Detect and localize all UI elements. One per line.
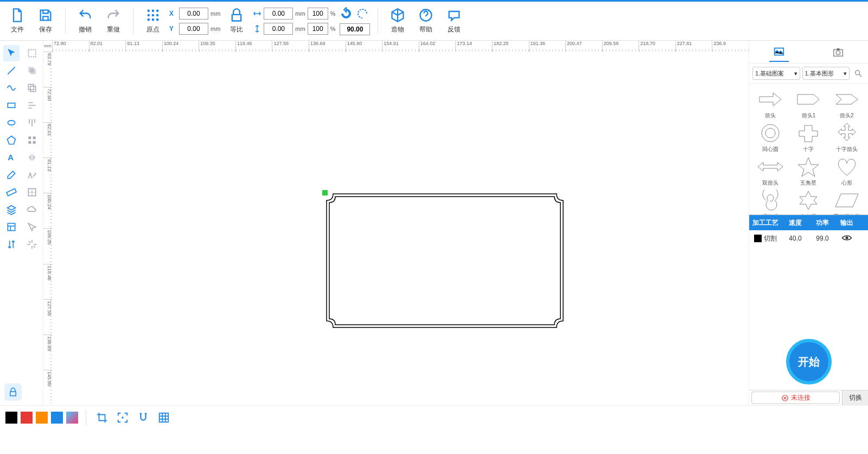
fit-screen-tool[interactable] bbox=[114, 409, 131, 426]
origin-button[interactable]: 原点 bbox=[141, 8, 165, 34]
color-swatch[interactable] bbox=[36, 412, 48, 424]
h-pct-input[interactable] bbox=[308, 23, 328, 35]
layout-tool[interactable] bbox=[3, 219, 20, 235]
eraser-tool[interactable] bbox=[3, 167, 20, 183]
svg-marker-45 bbox=[800, 191, 817, 210]
cloud-tool[interactable] bbox=[24, 201, 40, 218]
svg-point-5 bbox=[156, 14, 159, 17]
color-swatch[interactable] bbox=[66, 412, 78, 424]
grid-array-tool[interactable] bbox=[24, 184, 40, 200]
rect-tool[interactable] bbox=[3, 97, 20, 114]
redo-icon bbox=[106, 8, 121, 23]
crop-tool[interactable] bbox=[94, 409, 110, 426]
shape-cross-arrow[interactable]: 十字箭头 bbox=[829, 122, 864, 153]
canvas-area[interactable]: mm 72.9082.0191.13100.24109.35118.46127.… bbox=[43, 41, 749, 405]
shape-star6[interactable]: 六角星 bbox=[791, 189, 826, 215]
ratio-lock-button[interactable]: 等比 bbox=[225, 8, 248, 34]
xy-position: X mm Y mm bbox=[169, 8, 220, 35]
mirror-tool[interactable] bbox=[24, 149, 40, 166]
marquee-tool[interactable] bbox=[24, 45, 40, 61]
tab-camera[interactable] bbox=[828, 42, 848, 62]
svg-rect-19 bbox=[28, 136, 31, 139]
h-input[interactable] bbox=[264, 23, 293, 35]
burst-tool[interactable] bbox=[24, 236, 40, 253]
edit-path-tool[interactable] bbox=[24, 167, 40, 183]
w-input[interactable] bbox=[264, 8, 293, 20]
help-icon bbox=[418, 8, 433, 23]
proc-h2: 速度 bbox=[782, 218, 809, 228]
start-button[interactable]: 开始 bbox=[786, 339, 832, 384]
shape-double-arrow[interactable]: 双箭头 bbox=[753, 155, 788, 187]
shape-arrow1[interactable]: 箭头1 bbox=[791, 88, 826, 119]
rotate-ccw-icon[interactable] bbox=[340, 7, 353, 20]
rotate-cw-icon[interactable] bbox=[356, 7, 369, 20]
y-label: Y bbox=[169, 25, 177, 33]
svg-rect-20 bbox=[33, 136, 35, 139]
x-label: X bbox=[169, 10, 177, 17]
svg-marker-18 bbox=[7, 136, 15, 144]
undo-button[interactable]: 撤销 bbox=[73, 8, 97, 34]
canvas-lock-button[interactable] bbox=[4, 383, 22, 401]
redo-button[interactable]: 重做 bbox=[101, 8, 125, 34]
layers-tool[interactable] bbox=[3, 201, 20, 218]
sort-tool[interactable] bbox=[3, 236, 20, 253]
svg-line-11 bbox=[8, 67, 15, 74]
curve-tool[interactable] bbox=[3, 80, 20, 96]
polygon-tool[interactable] bbox=[3, 132, 20, 148]
file-button[interactable]: 文件 bbox=[5, 8, 29, 34]
proc-h1: 加工工艺 bbox=[749, 218, 782, 228]
rotation-input[interactable] bbox=[340, 23, 370, 35]
align-v-tool[interactable] bbox=[24, 97, 40, 114]
shape-concentric[interactable]: 同心圆 bbox=[753, 122, 788, 153]
tab-shapes[interactable] bbox=[769, 42, 789, 62]
array-tool[interactable] bbox=[24, 132, 40, 148]
canvas-shape-frame[interactable] bbox=[326, 193, 564, 329]
pointer-edit-tool[interactable] bbox=[24, 219, 40, 235]
shape-cross[interactable]: 十字 bbox=[791, 122, 826, 153]
svg-rect-21 bbox=[28, 141, 31, 144]
copy-tool[interactable] bbox=[24, 80, 40, 96]
svg-rect-28 bbox=[8, 223, 15, 230]
shape-parallelogram[interactable]: 平行四边形 bbox=[829, 189, 864, 215]
shape-heart[interactable]: 心形 bbox=[829, 155, 864, 187]
proc-output-toggle[interactable] bbox=[836, 234, 858, 243]
svg-point-51 bbox=[122, 417, 124, 419]
help-button[interactable]: 帮助 bbox=[414, 8, 438, 34]
feedback-button[interactable]: 反馈 bbox=[442, 8, 466, 34]
color-swatch[interactable] bbox=[21, 412, 33, 424]
switch-button[interactable]: 切换 bbox=[842, 390, 868, 405]
color-swatch[interactable] bbox=[5, 412, 17, 424]
ruler-vertical: 63.7972.9082.0191.13100.24109.35118.4612… bbox=[43, 52, 52, 405]
filter-shape-select[interactable]: 1.基本图形▾ bbox=[802, 67, 850, 80]
color-swatch[interactable] bbox=[51, 412, 63, 424]
snap-tool[interactable] bbox=[135, 409, 151, 426]
line-tool[interactable] bbox=[3, 62, 20, 79]
select-tool[interactable] bbox=[3, 45, 20, 61]
text-tool[interactable]: A bbox=[3, 149, 20, 166]
save-button[interactable]: 保存 bbox=[34, 8, 58, 34]
shape-combine-tool[interactable] bbox=[24, 62, 40, 79]
shape-arrow[interactable]: 箭头 bbox=[753, 88, 788, 119]
ellipse-tool[interactable] bbox=[3, 115, 20, 131]
x-input[interactable] bbox=[179, 8, 208, 20]
shape-star5[interactable]: 五角星 bbox=[791, 155, 826, 187]
shape-spiral[interactable]: 螺旋线 bbox=[753, 189, 788, 215]
search-shapes-button[interactable] bbox=[852, 67, 865, 80]
svg-rect-15 bbox=[30, 86, 35, 92]
shape-arrow2[interactable]: 箭头2 bbox=[829, 88, 864, 119]
file-icon bbox=[10, 8, 25, 23]
grid-toggle-tool[interactable] bbox=[156, 409, 172, 426]
measure-tool[interactable] bbox=[3, 184, 20, 200]
filter-category-select[interactable]: 1.基础图案▾ bbox=[752, 67, 800, 80]
svg-rect-24 bbox=[7, 188, 16, 196]
object-button[interactable]: 造物 bbox=[386, 8, 410, 34]
proc-row[interactable]: 切割 40.0 99.0 bbox=[749, 230, 868, 247]
svg-point-7 bbox=[152, 18, 155, 21]
svg-rect-13 bbox=[30, 69, 35, 74]
y-input[interactable] bbox=[179, 23, 208, 35]
align-h-tool[interactable] bbox=[24, 115, 40, 131]
ruler-unit: mm bbox=[43, 41, 52, 52]
svg-point-17 bbox=[8, 121, 15, 125]
w-pct-input[interactable] bbox=[308, 8, 328, 20]
svg-point-40 bbox=[856, 71, 860, 75]
